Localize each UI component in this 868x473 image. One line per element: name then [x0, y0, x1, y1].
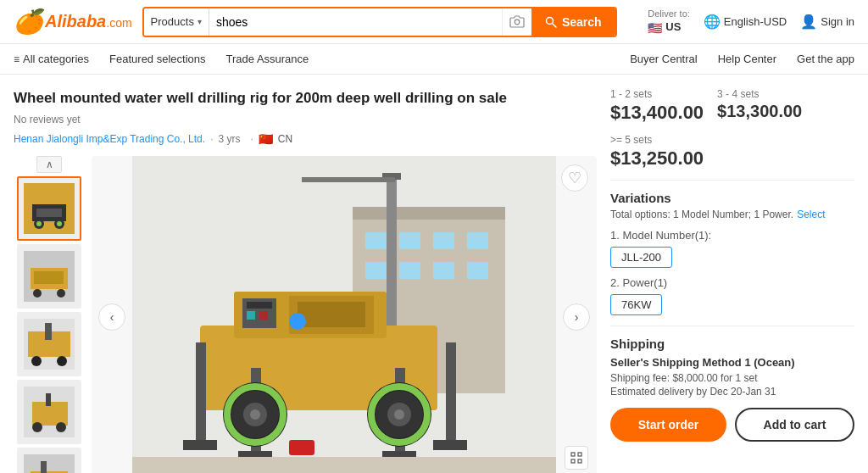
svg-rect-40 [433, 232, 454, 249]
expand-icon [570, 452, 582, 464]
add-to-cart-button[interactable]: Add to cart [735, 408, 854, 442]
nav-all-categories[interactable]: ≡ All categories [14, 53, 89, 65]
svg-rect-43 [399, 262, 420, 279]
svg-line-2 [552, 23, 556, 27]
svg-rect-44 [433, 262, 454, 279]
svg-rect-61 [183, 440, 217, 450]
search-bar: Products ▾ Search [142, 7, 617, 37]
logo[interactable]: 🍊 Alibaba.com [14, 10, 132, 34]
tier-2-price: $13,300.00 [717, 102, 802, 121]
price-tier-ge5: >= 5 sets $13,250.00 [610, 134, 854, 181]
chevron-left-icon: ‹ [110, 310, 114, 324]
nav-get-the-app[interactable]: Get the app [797, 53, 854, 65]
svg-rect-78 [571, 453, 575, 456]
svg-point-14 [57, 289, 65, 298]
search-button-label: Search [562, 15, 602, 29]
next-image-button[interactable]: › [563, 303, 590, 331]
svg-point-24 [56, 422, 66, 432]
price-tier-2: 3 - 4 sets $13,300.00 [717, 88, 802, 124]
thumbnail-1[interactable] [17, 176, 81, 241]
svg-rect-80 [571, 459, 575, 463]
chevron-down-icon: ▾ [198, 17, 202, 26]
power-options: 76KW [610, 294, 854, 315]
camera-icon[interactable] [502, 8, 531, 36]
variations-header: Variations [610, 191, 854, 205]
language-selector[interactable]: 🌐 English-USD [704, 14, 787, 30]
search-category-selector[interactable]: Products ▾ [144, 8, 209, 36]
search-category-label: Products [151, 15, 194, 28]
svg-rect-62 [433, 440, 467, 450]
shipping-fee: Shipping fee: $8,000.00 for 1 set [610, 372, 854, 384]
svg-rect-39 [399, 232, 420, 249]
product-title: Wheel mounted water well drilling rig fo… [14, 88, 597, 109]
product-gallery: ∧ ∨ [14, 156, 597, 473]
action-buttons: Start order Add to cart [610, 408, 854, 442]
svg-rect-41 [467, 232, 488, 249]
search-button[interactable]: Search [531, 8, 615, 36]
svg-rect-81 [578, 459, 581, 463]
supplier-separator: · [210, 133, 213, 145]
model-number-group: 1. Model Number(1): JLL-200 [610, 229, 854, 268]
supplier-link[interactable]: Henan Jialongli Imp&Exp Trading Co., Ltd… [14, 133, 205, 145]
power-group: 2. Power(1) 76KW [610, 276, 854, 315]
svg-rect-58 [446, 342, 456, 444]
svg-point-0 [515, 19, 520, 25]
deliver-to: Deliver to: 🇺🇸 US [648, 8, 690, 35]
header-right: Deliver to: 🇺🇸 US 🌐 English-USD 👤 Sign i… [648, 8, 854, 35]
svg-point-18 [31, 356, 42, 366]
svg-rect-79 [578, 453, 581, 456]
svg-point-76 [289, 313, 306, 330]
svg-point-68 [250, 409, 260, 420]
svg-rect-52 [247, 302, 272, 309]
svg-rect-77 [132, 457, 556, 473]
thumbnail-5[interactable] [17, 448, 81, 473]
svg-rect-42 [365, 262, 387, 279]
tier-1-label: 1 - 2 sets [610, 88, 704, 100]
price-tiers: 1 - 2 sets $13,400.00 3 - 4 sets $13,300… [610, 88, 854, 124]
thumbnail-4[interactable] [17, 380, 81, 444]
supplier-country: CN [278, 133, 292, 145]
nav-help-center[interactable]: Help Center [718, 53, 776, 65]
fullscreen-button[interactable] [565, 446, 588, 470]
thumb-scroll-up[interactable]: ∧ [36, 156, 62, 173]
svg-rect-5 [36, 209, 62, 217]
product-section: Wheel mounted water well drilling rig fo… [14, 88, 597, 473]
thumbnail-3[interactable] [17, 312, 81, 376]
svg-rect-25 [24, 454, 75, 473]
svg-point-9 [57, 221, 62, 226]
svg-rect-37 [353, 207, 505, 220]
svg-rect-48 [302, 177, 395, 182]
svg-point-23 [32, 422, 42, 432]
nav-featured-selections[interactable]: Featured selections [109, 53, 205, 65]
globe-icon: 🌐 [704, 14, 721, 30]
nav-buyer-central[interactable]: Buyer Central [630, 53, 697, 65]
power-option-76kw[interactable]: 76KW [610, 294, 662, 315]
start-order-button[interactable]: Start order [610, 408, 726, 442]
heart-icon: ♡ [568, 169, 581, 187]
tier-1-price: $13,400.00 [610, 102, 704, 124]
prev-image-button[interactable]: ‹ [98, 303, 125, 331]
supplier-line: Henan Jialongli Imp&Exp Trading Co., Ltd… [14, 132, 597, 146]
supplier-years: 3 yrs [218, 133, 240, 145]
shipping-delivery: Estimated delivery by Dec 20-Jan 31 [610, 386, 854, 398]
shipping-section: Shipping Seller's Shipping Method 1 (Oce… [610, 326, 854, 398]
thumbnail-2[interactable] [17, 244, 81, 309]
model-option-jll200[interactable]: JLL-200 [610, 247, 672, 268]
power-label: 2. Power(1) [610, 276, 854, 289]
svg-rect-22 [46, 393, 51, 406]
svg-rect-12 [34, 271, 64, 284]
wishlist-button[interactable]: ♡ [561, 164, 588, 192]
nav-trade-assurance[interactable]: Trade Assurance [226, 53, 309, 65]
variations-select-link[interactable]: Select [797, 209, 825, 220]
search-input[interactable] [209, 8, 502, 36]
sign-in-button[interactable]: 👤 Sign in [800, 14, 854, 30]
user-icon: 👤 [800, 14, 817, 30]
tier-3-price: $13,250.00 [610, 147, 854, 170]
svg-point-19 [57, 356, 67, 366]
product-main-svg [92, 156, 597, 473]
menu-icon: ≡ [14, 53, 19, 65]
model-number-options: JLL-200 [610, 247, 854, 268]
svg-point-7 [36, 221, 42, 226]
shipping-header: Shipping [610, 337, 854, 351]
cn-flag-icon: 🇨🇳 [259, 132, 273, 146]
